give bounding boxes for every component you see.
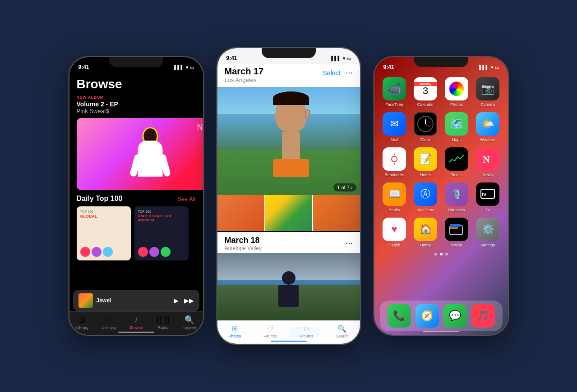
card2-header: TOP 100 UNITED STATES OF AMERICA [138, 210, 185, 222]
photos-section-2: March 18 Antelope Valley ··· [217, 232, 360, 321]
app-camera[interactable]: 📷 Camera [475, 77, 501, 107]
wallet-icon [445, 218, 468, 241]
appstore-icon: Ⓐ [414, 182, 437, 206]
now-playing-title: Jewel [97, 297, 170, 304]
app-stocks[interactable]: Stocks [444, 147, 470, 177]
app-clock[interactable]: Clock [413, 112, 439, 142]
main-photo[interactable]: 1 of 7 › [217, 87, 360, 195]
dock-safari[interactable]: 🧭 [415, 304, 439, 328]
tab-radio-label: Radio [158, 325, 169, 330]
album-art[interactable]: N [77, 118, 204, 190]
foryou-icon: ♡ [106, 315, 113, 325]
photo-large-2[interactable] [217, 253, 360, 321]
now-playing-controls[interactable]: ▶ ▶▶ [174, 297, 194, 304]
stocks-chart [448, 154, 465, 164]
dock-phone[interactable]: 📞 [388, 304, 411, 328]
play-button[interactable]: ▶ [174, 297, 179, 304]
neck [282, 132, 300, 159]
reminders-svg [388, 153, 401, 165]
weather-label: Weather [480, 137, 495, 142]
signal-icon3: ▌▌▌ [479, 65, 489, 70]
album-title: Volume 2 - EP [77, 100, 196, 108]
wifi-icon2: ▾ [343, 56, 345, 61]
see-all-button[interactable]: See All [177, 196, 195, 202]
app-photos[interactable]: Photos [444, 77, 470, 107]
photo-thumb-2[interactable] [265, 195, 312, 231]
daily-top-title: Daily Top 100 [77, 195, 123, 203]
tab-library[interactable]: ⊞ Library [76, 315, 88, 330]
battery-icon3: ▭ [495, 65, 499, 70]
app-appstore[interactable]: Ⓐ App Store [413, 182, 439, 212]
tab-search-photos[interactable]: 🔍 Search [336, 324, 349, 338]
circle-blue [103, 247, 113, 257]
tab-search-label: Search [183, 326, 196, 330]
app-reminders[interactable]: Reminders [382, 147, 407, 177]
app-health[interactable]: ♥ Health [382, 218, 407, 247]
now-playing-bar[interactable]: Jewel ▶ ▶▶ [73, 290, 199, 311]
app-maps[interactable]: 🗺️ Maps [444, 112, 470, 142]
app-calendar[interactable]: Monday 3 Calendar [413, 77, 439, 107]
tab-albums[interactable]: □ Albums [300, 325, 314, 338]
home-label: Home [420, 243, 431, 247]
albums-icon: □ [305, 325, 309, 333]
woman-photo [217, 87, 360, 195]
earring [305, 109, 310, 119]
card2-title: UNITED STATES OF AMERICA [138, 214, 185, 222]
app-news[interactable]: N News [475, 147, 501, 177]
section2-date-info: March 18 Antelope Valley [225, 236, 262, 251]
stocks-icon [445, 147, 468, 171]
app-notes[interactable]: 📝 Notes [413, 147, 439, 177]
circle-red [80, 247, 90, 257]
shirt [273, 159, 309, 177]
notes-label: Notes [420, 173, 431, 177]
card1-circles [80, 247, 113, 257]
top100-global-card[interactable]: TOP 100 GLOBAL [77, 206, 131, 260]
app-facetime[interactable]: 📹 FaceTime [382, 77, 407, 107]
dock-music[interactable]: 🎵 [471, 304, 495, 328]
photos-icon-home [445, 77, 468, 100]
facetime-label: FaceTime [385, 102, 403, 107]
app-weather[interactable]: 🌤️ Weather [475, 112, 501, 142]
section2-header: March 18 Antelope Valley ··· [217, 232, 360, 253]
head-back [282, 271, 295, 285]
phone-dock-icon: 📞 [388, 304, 411, 328]
photo-thumb-3[interactable] [313, 195, 360, 231]
hair-top [273, 91, 309, 105]
dot-2 [440, 253, 443, 255]
app-podcasts[interactable]: 🎙️ Podcasts [444, 182, 470, 212]
news-icon: N [476, 147, 499, 171]
mail-icon: ✉ [383, 112, 406, 136]
app-home[interactable]: 🏠 Home [413, 218, 439, 247]
photos-date: March 17 [225, 66, 264, 77]
app-mail[interactable]: ✉ Mail [382, 112, 407, 142]
page-dots [374, 253, 508, 255]
tab-browse[interactable]: ♪ Browse [129, 315, 143, 330]
browse-title: Browse [77, 77, 196, 91]
clock-icon [414, 112, 437, 136]
tab-photos[interactable]: ⊞ Photos [228, 324, 241, 338]
more-button[interactable]: ··· [346, 68, 352, 77]
tab-radio[interactable]: ((·)) Radio [157, 315, 170, 330]
status-icons-photos: ▌▌▌ ▾ ▭ [331, 56, 351, 61]
app-settings[interactable]: ⚙️ Settings [475, 218, 501, 247]
books-label: Books [388, 208, 400, 212]
app-wallet[interactable]: Wallet [444, 218, 470, 247]
svg-text:tv: tv [482, 191, 487, 197]
health-icon: ♥ [383, 218, 406, 241]
notes-icon: 📝 [414, 147, 437, 171]
tab-foryou-photos[interactable]: ♡ For You [263, 324, 277, 338]
skip-button[interactable]: ▶▶ [184, 297, 194, 304]
app-books[interactable]: 📖 Books [382, 182, 407, 212]
section2-more[interactable]: ··· [346, 239, 352, 248]
app-tv[interactable]: tv TV [475, 182, 501, 212]
clock-face [417, 116, 434, 132]
tab-foryou[interactable]: ♡ For You [102, 315, 116, 330]
top100-usa-card[interactable]: TOP 100 UNITED STATES OF AMERICA [134, 206, 189, 260]
select-button[interactable]: Select [323, 69, 341, 77]
photo-thumb-1[interactable] [217, 195, 264, 231]
dock-messages[interactable]: 💬 [443, 304, 467, 328]
rainbow-circle [449, 82, 464, 96]
search-icon: 🔍 [185, 315, 194, 325]
photos-rainbow [445, 77, 468, 100]
tab-search[interactable]: 🔍 Search [183, 315, 196, 330]
